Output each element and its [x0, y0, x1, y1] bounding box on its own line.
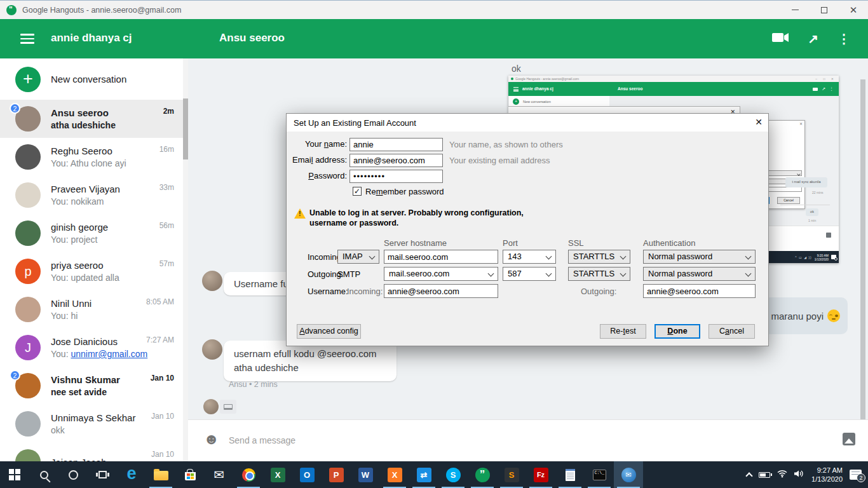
- taskbar-edge[interactable]: e: [117, 461, 146, 488]
- taskbar-chrome[interactable]: [234, 461, 263, 488]
- maximize-button[interactable]: [810, 1, 839, 19]
- dialog-titlebar: Set Up an Existing Email Account ✕: [287, 114, 768, 132]
- email-label: Email address:: [288, 155, 347, 165]
- battery-icon[interactable]: [759, 472, 770, 478]
- incoming-protocol-select[interactable]: IMAP: [337, 250, 379, 264]
- edge-icon: e: [126, 465, 136, 482]
- username-incoming-field[interactable]: [384, 284, 498, 298]
- taskbar-search[interactable]: [29, 461, 58, 488]
- conversation-reghu-seeroo[interactable]: Reghu Seeroo You: Athu clone ayi 16m: [0, 138, 183, 176]
- minimize-button[interactable]: [780, 1, 810, 19]
- menu-icon[interactable]: [20, 34, 34, 44]
- taskbar-excel[interactable]: X: [263, 461, 292, 488]
- tray-expand-icon[interactable]: [745, 472, 752, 479]
- sublime-text-icon: S: [505, 468, 519, 482]
- mini-window-controls: – □ ✕: [815, 77, 836, 81]
- outgoing-port-select[interactable]: 587: [503, 267, 556, 281]
- outgoing-auth-select[interactable]: Normal password: [643, 267, 756, 281]
- taskbar-task-view[interactable]: [88, 461, 117, 488]
- cortana-icon: [69, 470, 78, 480]
- word-icon: W: [358, 468, 373, 482]
- conversation-jaison-jacob[interactable]: Jaison Jacob Jan 10: [0, 443, 183, 461]
- taskbar-sublime[interactable]: S: [497, 461, 526, 488]
- notification-center-icon[interactable]: 2: [850, 470, 862, 480]
- your-name-field[interactable]: [349, 138, 443, 151]
- wifi-icon[interactable]: [777, 469, 787, 480]
- conversation-ansu-seeroo[interactable]: 2 Ansu seeroo atha udeshiche 2m: [0, 100, 183, 138]
- taskbar-store[interactable]: [175, 461, 205, 488]
- conversation-ninil-unni[interactable]: Ninil Unni You: hi 8:05 AM: [0, 290, 183, 329]
- dialog-close-icon[interactable]: ✕: [755, 117, 763, 127]
- chevron-down-icon: [745, 254, 752, 260]
- remember-password-checkbox[interactable]: ✓: [353, 187, 362, 196]
- taskbar-file-explorer[interactable]: [146, 461, 175, 488]
- sidebar-scrollbar[interactable]: [183, 58, 188, 461]
- taskbar-cortana[interactable]: [58, 461, 88, 488]
- outgoing-ssl-select[interactable]: STARTTLS: [568, 267, 630, 281]
- taskbar-hangouts[interactable]: ”: [468, 461, 497, 488]
- taskbar-xampp[interactable]: X: [380, 461, 409, 488]
- incoming-ssl-select[interactable]: STARTTLS: [568, 250, 630, 264]
- timestamp: 57m: [159, 259, 174, 268]
- mini-message: t mail sync akunila: [785, 177, 827, 187]
- filezilla-icon: Fz: [534, 468, 548, 482]
- more-options-icon[interactable]: ⋮: [837, 32, 850, 45]
- remember-password-label: Remember password: [365, 187, 444, 196]
- volume-icon[interactable]: [794, 469, 804, 480]
- taskbar-cmd[interactable]: C:\_: [585, 461, 614, 488]
- tray-clock[interactable]: 9:27 AM1/13/2020: [811, 466, 843, 484]
- avatar: 2: [15, 373, 41, 398]
- attach-image-icon[interactable]: [843, 433, 855, 445]
- taskbar-filezilla[interactable]: Fz: [526, 461, 555, 488]
- taskbar-outlook[interactable]: O: [292, 461, 322, 488]
- emoji-icon[interactable]: ☻: [203, 431, 219, 447]
- taskbar-word[interactable]: W: [351, 461, 380, 488]
- window-title: Google Hangouts - annie.seeroo@gmail.com: [22, 6, 181, 15]
- username-label: Username:: [308, 287, 348, 296]
- conversation-unnimaya-s-sekhar[interactable]: Unnimaya S Sekhar okk Jan 10: [0, 405, 183, 443]
- windows-taskbar: e ✉ X O P W X ⇄ S ” S Fz C:\_ ✉ 9:27 AM1…: [0, 461, 868, 488]
- incoming-port-select[interactable]: 143: [503, 250, 556, 264]
- open-in-window-icon[interactable]: ↗: [808, 32, 818, 45]
- mail-icon: ✉: [214, 468, 225, 481]
- email-field[interactable]: [349, 154, 443, 167]
- conversation-jose-dianicious[interactable]: J Jose Dianicious You: unnimr@gmail.com …: [0, 329, 183, 367]
- cancel-button[interactable]: Cancel: [709, 324, 755, 339]
- incoming-hostname-field[interactable]: [384, 250, 498, 264]
- taskbar-thunderbird[interactable]: ✉: [614, 461, 643, 488]
- email-link[interactable]: unnimr@gmail.com: [71, 349, 147, 359]
- outgoing-hostname-select[interactable]: mail.seeroo.com: [384, 267, 498, 281]
- window-controls: ✕: [780, 1, 868, 19]
- conversation-title: Ansu seeroo: [219, 32, 285, 44]
- username-outgoing-field[interactable]: [643, 284, 756, 298]
- video-call-icon[interactable]: [772, 32, 789, 45]
- conversation-ginish-george[interactable]: ginish george You: project 56m: [0, 214, 183, 252]
- retest-button[interactable]: Re-test: [600, 324, 646, 339]
- warning-icon: [294, 208, 306, 219]
- advanced-config-button[interactable]: Advanced config: [297, 324, 361, 339]
- avatar: 2: [15, 106, 41, 132]
- taskbar-mail[interactable]: ✉: [205, 461, 234, 488]
- taskbar-skype[interactable]: S: [438, 461, 468, 488]
- message-input[interactable]: Send a message: [229, 435, 295, 445]
- taskbar-powerpoint[interactable]: P: [322, 461, 351, 488]
- chat-scrollbar-thumb[interactable]: [860, 79, 865, 445]
- timestamp: 16m: [159, 145, 174, 154]
- conversation-praveen-vijayan[interactable]: Praveen Vijayan You: nokikam 33m: [0, 176, 183, 214]
- incoming-auth-select[interactable]: Normal password: [643, 250, 756, 264]
- sidebar-scrollbar-thumb[interactable]: [183, 98, 188, 159]
- column-ssl: SSL: [568, 238, 584, 248]
- powerpoint-icon: P: [329, 468, 344, 482]
- password-field[interactable]: [349, 170, 443, 183]
- mini-plus-icon: +: [513, 98, 519, 105]
- close-button[interactable]: ✕: [839, 1, 868, 19]
- new-conversation-button[interactable]: + New conversation: [0, 58, 183, 100]
- taskbar-notepad[interactable]: [555, 461, 585, 488]
- start-button[interactable]: [0, 461, 29, 488]
- hangouts-app-icon: [6, 5, 17, 15]
- taskbar-teamviewer[interactable]: ⇄: [409, 461, 438, 488]
- done-button[interactable]: Done: [654, 324, 700, 339]
- timestamp: 2m: [163, 107, 174, 116]
- conversation-priya-seeroo[interactable]: p priya seeroo You: updated alla 57m: [0, 252, 183, 290]
- conversation-vishnu-skumar[interactable]: 2 Vishnu Skumar nee set avide Jan 10: [0, 367, 183, 405]
